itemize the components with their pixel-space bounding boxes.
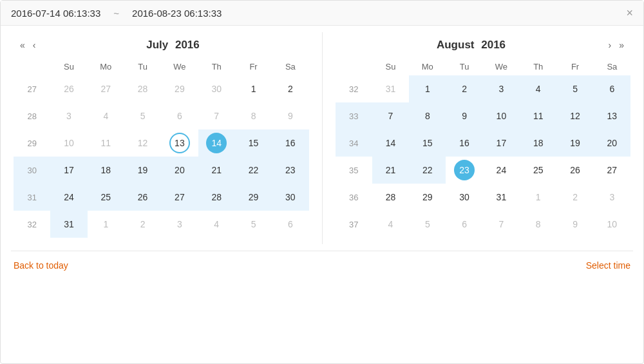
table-row[interactable]: 22 bbox=[235, 157, 272, 184]
table-row[interactable]: 5 bbox=[409, 211, 446, 238]
table-row[interactable]: 9 bbox=[272, 102, 308, 129]
table-row[interactable]: 17 bbox=[50, 157, 87, 184]
table-row[interactable]: 31 bbox=[483, 184, 520, 211]
table-row[interactable]: 4 bbox=[372, 211, 409, 238]
july-header-su: Su bbox=[50, 58, 87, 75]
table-row[interactable]: 1 bbox=[520, 184, 556, 211]
table-row[interactable]: 9 bbox=[446, 102, 482, 129]
august-header-we: We bbox=[483, 58, 520, 75]
table-row[interactable]: 28 bbox=[124, 75, 161, 102]
table-row[interactable]: 20 bbox=[161, 157, 198, 184]
table-row[interactable]: 13 bbox=[594, 102, 630, 129]
table-row[interactable]: 20 bbox=[594, 129, 630, 157]
table-row[interactable]: 21 bbox=[198, 157, 235, 184]
table-row[interactable]: 3 bbox=[50, 102, 87, 129]
table-row[interactable]: 4 bbox=[198, 211, 235, 238]
week-number: 32 bbox=[336, 75, 372, 102]
table-row[interactable]: 9 bbox=[556, 211, 593, 238]
table-row[interactable]: 25 bbox=[520, 157, 556, 184]
table-row[interactable]: 30 bbox=[198, 75, 235, 102]
table-row[interactable]: 2 bbox=[556, 184, 593, 211]
table-row[interactable]: 27 bbox=[88, 75, 124, 102]
table-row[interactable]: 18 bbox=[520, 129, 556, 157]
table-row[interactable]: 3 bbox=[594, 184, 630, 211]
table-row[interactable]: 11 bbox=[88, 129, 124, 157]
table-row[interactable]: 2 bbox=[272, 75, 308, 102]
table-row[interactable]: 19 bbox=[556, 129, 593, 157]
table-row[interactable]: 19 bbox=[124, 157, 161, 184]
table-row[interactable]: 14 bbox=[372, 129, 409, 157]
table-row[interactable]: 24 bbox=[50, 184, 87, 211]
table-row[interactable]: 10 bbox=[594, 211, 630, 238]
table-row[interactable]: 25 bbox=[88, 184, 124, 211]
back-to-today-link[interactable]: Back to today bbox=[14, 260, 68, 271]
table-row[interactable]: 1 bbox=[409, 75, 446, 102]
table-row[interactable]: 31 bbox=[50, 211, 87, 238]
select-time-link[interactable]: Select time bbox=[586, 260, 630, 271]
table-row[interactable]: 3 bbox=[161, 211, 198, 238]
table-row[interactable]: 8 bbox=[235, 102, 272, 129]
table-row[interactable]: 26 bbox=[124, 184, 161, 211]
table-row[interactable]: 24 bbox=[483, 157, 520, 184]
table-row[interactable]: 29 bbox=[161, 75, 198, 102]
table-row[interactable]: 6 bbox=[594, 75, 630, 102]
table-row[interactable]: 12 bbox=[556, 102, 593, 129]
next-button[interactable]: › bbox=[605, 39, 616, 51]
table-row[interactable]: 16 bbox=[446, 129, 482, 157]
table-row[interactable]: 2 bbox=[124, 211, 161, 238]
table-row[interactable]: 28 bbox=[198, 184, 235, 211]
table-row[interactable]: 22 bbox=[409, 157, 446, 184]
table-row[interactable]: 7 bbox=[372, 102, 409, 129]
table-row[interactable]: 7 bbox=[483, 211, 520, 238]
prev-prev-button[interactable]: « bbox=[16, 39, 29, 51]
table-row[interactable]: 27 bbox=[161, 184, 198, 211]
table-row[interactable]: 16 bbox=[272, 129, 308, 157]
table-row[interactable]: 6 bbox=[161, 102, 198, 129]
table-row[interactable]: 13 bbox=[161, 129, 198, 157]
table-row[interactable]: 26 bbox=[50, 75, 87, 102]
table-row[interactable]: 18 bbox=[88, 157, 124, 184]
table-row[interactable]: 14 bbox=[198, 129, 235, 157]
july-header-sa: Sa bbox=[272, 58, 308, 75]
table-row[interactable]: 21 bbox=[372, 157, 409, 184]
table-row[interactable]: 5 bbox=[556, 75, 593, 102]
table-row[interactable]: 12 bbox=[124, 129, 161, 157]
table-row[interactable]: 30 bbox=[446, 184, 482, 211]
table-row[interactable]: 28 bbox=[372, 184, 409, 211]
table-row[interactable]: 4 bbox=[520, 75, 556, 102]
table-row[interactable]: 29 bbox=[409, 184, 446, 211]
table-row[interactable]: 5 bbox=[124, 102, 161, 129]
table-row[interactable]: 31 bbox=[372, 75, 409, 102]
table-row[interactable]: 5 bbox=[235, 211, 272, 238]
table-row[interactable]: 10 bbox=[50, 129, 87, 157]
week-number: 28 bbox=[14, 102, 50, 129]
prev-button[interactable]: ‹ bbox=[29, 39, 40, 51]
table-row[interactable]: 6 bbox=[272, 211, 308, 238]
table-row[interactable]: 30 bbox=[272, 184, 308, 211]
table-row[interactable]: 23 bbox=[272, 157, 308, 184]
table-row[interactable]: 1 bbox=[235, 75, 272, 102]
table-row[interactable]: 6 bbox=[446, 211, 482, 238]
table-row[interactable]: 1 bbox=[88, 211, 124, 238]
table-row[interactable]: 29 bbox=[235, 184, 272, 211]
table-row[interactable]: 8 bbox=[409, 102, 446, 129]
july-calendar: « ‹ July 2016 Su Mo Tu We Th Fr bbox=[1, 32, 322, 244]
next-next-button[interactable]: » bbox=[615, 39, 628, 51]
july-year-label: 2016 bbox=[175, 39, 200, 51]
table-row[interactable]: 26 bbox=[556, 157, 593, 184]
table-row[interactable]: 8 bbox=[520, 211, 556, 238]
august-calendar: August 2016 › » Su Mo Tu We Th Fr bbox=[322, 32, 644, 244]
table-row[interactable]: 4 bbox=[88, 102, 124, 129]
table-row[interactable]: 11 bbox=[520, 102, 556, 129]
table-row[interactable]: 27 bbox=[594, 157, 630, 184]
table-row[interactable]: 15 bbox=[409, 129, 446, 157]
table-row[interactable]: 7 bbox=[198, 102, 235, 129]
table-row[interactable]: 2 bbox=[446, 75, 482, 102]
table-row[interactable]: 10 bbox=[483, 102, 520, 129]
close-button[interactable]: × bbox=[626, 7, 633, 19]
table-row[interactable]: 15 bbox=[235, 129, 272, 157]
august-grid: Su Mo Tu We Th Fr Sa 3231123456337891011… bbox=[336, 58, 631, 238]
table-row[interactable]: 23 bbox=[446, 157, 482, 184]
table-row[interactable]: 17 bbox=[483, 129, 520, 157]
table-row[interactable]: 3 bbox=[483, 75, 520, 102]
